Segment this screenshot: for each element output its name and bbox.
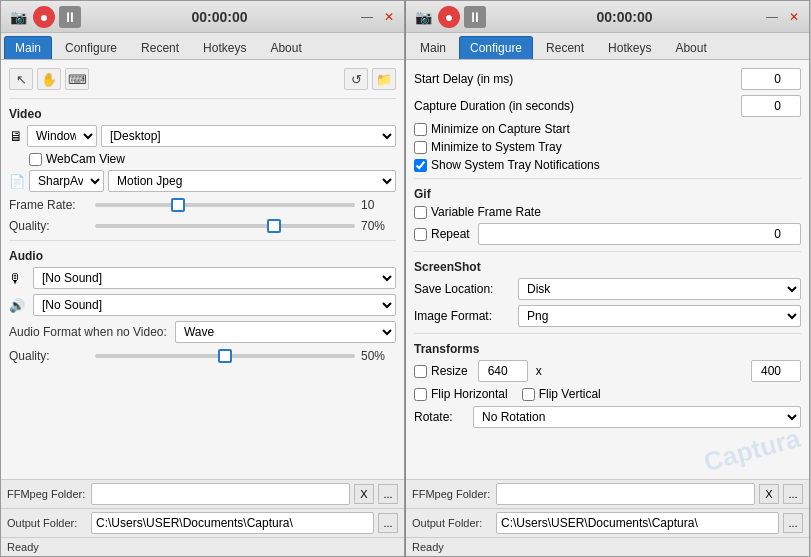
right-sep-3 — [414, 333, 801, 334]
right-minimize-btn[interactable]: — — [763, 8, 781, 26]
right-window: 📷 ● ⏸ 00:00:00 — ✕ Main Configure Recent… — [405, 0, 810, 557]
video-quality-label: Quality: — [9, 219, 89, 233]
right-ffmpeg-row: FFMpeg Folder: X ... — [406, 479, 809, 508]
right-record-icon[interactable]: ● — [438, 6, 460, 28]
image-format-row: Image Format: Png Jpg Bmp — [414, 305, 801, 327]
codec-select[interactable]: SharpAvi — [29, 170, 104, 192]
right-tab-recent[interactable]: Recent — [535, 36, 595, 59]
right-tab-hotkeys[interactable]: Hotkeys — [597, 36, 662, 59]
video-source-select[interactable]: Window Screen No Video — [27, 125, 97, 147]
right-output-btn[interactable]: ... — [783, 513, 803, 533]
variable-frame-checkbox[interactable] — [414, 206, 427, 219]
resize-x-separator: x — [532, 364, 546, 378]
video-source-row: 🖥 Window Screen No Video [Desktop] — [9, 125, 396, 147]
video-quality-slider[interactable] — [95, 224, 355, 228]
mic-select[interactable]: [No Sound] — [33, 267, 396, 289]
folder-btn[interactable]: 📁 — [372, 68, 396, 90]
left-tab-hotkeys[interactable]: Hotkeys — [192, 36, 257, 59]
left-ffmpeg-x-btn[interactable]: X — [354, 484, 374, 504]
left-output-btn[interactable]: ... — [378, 513, 398, 533]
framerate-slider[interactable] — [95, 203, 355, 207]
file-icon: 📄 — [9, 174, 25, 189]
repeat-input[interactable] — [478, 223, 801, 245]
keyboard-tool-btn[interactable]: ⌨ — [65, 68, 89, 90]
left-minimize-btn[interactable]: — — [358, 8, 376, 26]
transforms-section-title: Transforms — [414, 342, 801, 356]
minimize-tray-checkbox[interactable] — [414, 141, 427, 154]
right-tab-configure[interactable]: Configure — [459, 36, 533, 59]
show-tray-row: Show System Tray Notifications — [414, 158, 801, 172]
framerate-value: 10 — [361, 198, 396, 212]
save-location-select[interactable]: Disk Clipboard — [518, 278, 801, 300]
flip-horizontal-label: Flip Horizontal — [431, 387, 508, 401]
resize-height-input[interactable] — [751, 360, 801, 382]
right-ffmpeg-label: FFMpeg Folder: — [412, 488, 492, 500]
cursor-tool-btn[interactable]: ↖ — [9, 68, 33, 90]
video-target-select[interactable]: [Desktop] — [101, 125, 396, 147]
left-tab-configure[interactable]: Configure — [54, 36, 128, 59]
repeat-row: Repeat — [414, 223, 801, 245]
resize-row: Resize x — [414, 360, 801, 382]
hand-tool-btn[interactable]: ✋ — [37, 68, 61, 90]
repeat-checkbox[interactable] — [414, 228, 427, 241]
framerate-label: Frame Rate: — [9, 198, 89, 212]
right-close-btn[interactable]: ✕ — [785, 8, 803, 26]
left-ffmpeg-dots-btn[interactable]: ... — [378, 484, 398, 504]
left-toolbar: ↖ ✋ ⌨ ↺ 📁 — [9, 68, 396, 90]
minimize-capture-checkbox[interactable] — [414, 123, 427, 136]
framerate-row: Frame Rate: 10 — [9, 197, 396, 213]
image-format-label: Image Format: — [414, 309, 514, 323]
refresh-btn[interactable]: ↺ — [344, 68, 368, 90]
rotate-row: Rotate: No Rotation 90° Clockwise 90° Co… — [414, 406, 801, 428]
left-tab-main[interactable]: Main — [4, 36, 52, 59]
pause-icon[interactable]: ⏸ — [59, 6, 81, 28]
video-format-select[interactable]: Motion Jpeg MPEG-4 — [108, 170, 396, 192]
left-status: Ready — [1, 537, 404, 556]
left-ffmpeg-input[interactable] — [91, 483, 350, 505]
show-tray-checkbox[interactable] — [414, 159, 427, 172]
left-close-btn[interactable]: ✕ — [380, 8, 398, 26]
minimize-tray-label: Minimize to System Tray — [431, 140, 562, 154]
left-tab-about[interactable]: About — [259, 36, 312, 59]
video-quality-row: Quality: 70% — [9, 218, 396, 234]
codec-row: 📄 SharpAvi Motion Jpeg MPEG-4 — [9, 170, 396, 192]
right-ffmpeg-input[interactable] — [496, 483, 755, 505]
audio-quality-value: 50% — [361, 349, 396, 363]
left-ffmpeg-label: FFMpeg Folder: — [7, 488, 87, 500]
audio-quality-slider[interactable] — [95, 354, 355, 358]
left-tab-recent[interactable]: Recent — [130, 36, 190, 59]
right-camera-icon[interactable]: 📷 — [412, 6, 434, 28]
speaker-select[interactable]: [No Sound] — [33, 294, 396, 316]
save-location-row: Save Location: Disk Clipboard — [414, 278, 801, 300]
record-icon[interactable]: ● — [33, 6, 55, 28]
audio-format-select[interactable]: Wave MP3 — [175, 321, 396, 343]
minimize-capture-label: Minimize on Capture Start — [431, 122, 570, 136]
rotate-select[interactable]: No Rotation 90° Clockwise 90° Counter-Cl… — [473, 406, 801, 428]
right-ffmpeg-x-btn[interactable]: X — [759, 484, 779, 504]
webcam-row: WebCam View — [29, 152, 396, 166]
right-pause-icon[interactable]: ⏸ — [464, 6, 486, 28]
video-quality-value: 70% — [361, 219, 396, 233]
resize-width-input[interactable] — [478, 360, 528, 382]
mic-row: 🎙 [No Sound] — [9, 267, 396, 289]
right-output-input[interactable] — [496, 512, 779, 534]
image-format-select[interactable]: Png Jpg Bmp — [518, 305, 801, 327]
camera-icon[interactable]: 📷 — [7, 6, 29, 28]
right-tab-about[interactable]: About — [664, 36, 717, 59]
right-content: Start Delay (in ms) Capture Duration (in… — [406, 60, 809, 479]
start-delay-input[interactable] — [741, 68, 801, 90]
right-tab-main[interactable]: Main — [409, 36, 457, 59]
webcam-checkbox[interactable] — [29, 153, 42, 166]
start-delay-row: Start Delay (in ms) — [414, 68, 801, 90]
right-output-label: Output Folder: — [412, 517, 492, 529]
capture-duration-input[interactable] — [741, 95, 801, 117]
resize-checkbox[interactable] — [414, 365, 427, 378]
flip-vertical-checkbox[interactable] — [522, 388, 535, 401]
right-ffmpeg-dots-btn[interactable]: ... — [783, 484, 803, 504]
right-titlebar: 📷 ● ⏸ 00:00:00 — ✕ — [406, 1, 809, 33]
right-sep-1 — [414, 178, 801, 179]
audio-quality-label: Quality: — [9, 349, 89, 363]
flip-vertical-label: Flip Vertical — [539, 387, 601, 401]
left-output-input[interactable] — [91, 512, 374, 534]
flip-horizontal-checkbox[interactable] — [414, 388, 427, 401]
